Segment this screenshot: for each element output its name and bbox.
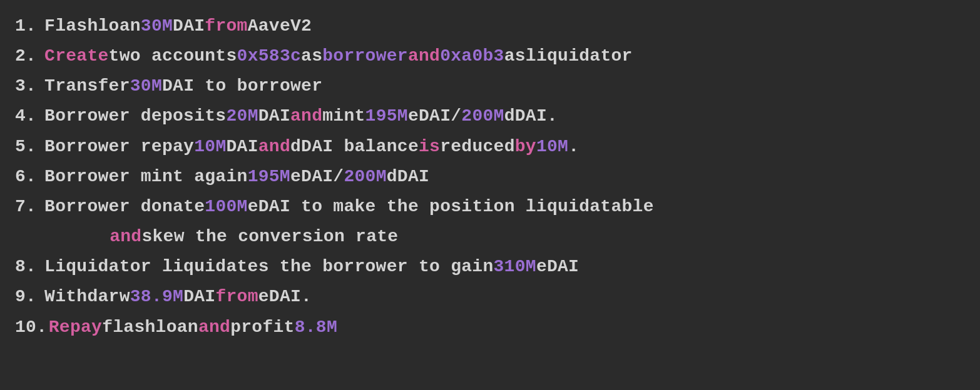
segment-line3-0: Transfer (44, 71, 130, 101)
segment-line6-1: 195M (248, 162, 290, 192)
segment-line1-4: AaveV2 (248, 11, 312, 41)
line-line8: 8. Liquidator liquidates the borrower to… (15, 252, 965, 282)
segment-line2-3: 0x583c (237, 41, 302, 71)
segment-line10-4: 8.8M (295, 312, 337, 342)
segment-line9-3: from (215, 282, 258, 312)
segment-line10-3: profit (230, 312, 295, 342)
segment-line10-2: and (198, 312, 230, 342)
segment-line6-2: eDAI/ (290, 162, 344, 192)
line-line6: 6. Borrower mint again 195M eDAI/200M dD… (15, 162, 965, 192)
segment-line5-7: by (515, 132, 536, 162)
segment-line6-0: Borrower mint again (44, 162, 248, 192)
segment-line2-11: liquidator (526, 41, 633, 71)
segment-line5-5: is (419, 132, 440, 162)
line-number-2: 3. (15, 71, 44, 101)
segment-line1-0: Flashloan (44, 11, 141, 41)
line-number-9: 9. (15, 282, 44, 312)
segment-line8-1: 310M (494, 252, 536, 282)
segment-line2-4: as (301, 41, 322, 71)
segment-line9-4: eDAI. (258, 282, 312, 312)
segment-line3-2: DAI to borrower (162, 71, 322, 101)
line-line2: 2. Create two accounts 0x583c as borrowe… (15, 41, 965, 71)
segment-line3-1: 30M (130, 71, 162, 101)
segment-line5-0: Borrower repay (44, 132, 194, 162)
segment-line4-2: DAI (258, 101, 290, 131)
segment-line6-3: 200M (344, 162, 386, 192)
line-number-6: 7. (15, 192, 44, 222)
segment-line7a-1: 100M (205, 192, 247, 222)
line-line7a: 7. Borrower donate 100M eDAI to make the… (15, 192, 965, 222)
segment-line2-10: as (504, 41, 526, 71)
segment-line7b-1: skew the conversion rate (141, 222, 398, 252)
segment-line4-1: 20M (226, 101, 258, 131)
segment-line4-6: eDAI/ (408, 101, 461, 131)
line-number-1: 2. (15, 41, 44, 71)
segment-line2-2: two accounts (109, 41, 237, 71)
segment-line4-5: 195M (365, 101, 408, 131)
segment-line4-8: dDAI. (504, 101, 558, 131)
line-number-3: 4. (15, 101, 44, 131)
line-number-0: 1. (15, 11, 44, 41)
line-number-10: 10. (15, 312, 49, 342)
segment-line5-2: DAI (226, 132, 258, 162)
segment-line7b-0: and (110, 222, 141, 252)
segment-line2-9: 0xa0b3 (440, 41, 504, 71)
segment-line4-4: mint (322, 101, 365, 131)
segment-line10-1: flashloan (102, 312, 198, 342)
segment-line7a-2: eDAI to make the position liquidatable (248, 192, 654, 222)
segment-line1-3: from (205, 11, 247, 41)
segment-line5-9: 10M (536, 132, 568, 162)
main-content: 1. Flashloan 30M DAI from AaveV22. Creat… (15, 11, 965, 342)
segment-line4-7: 200M (461, 101, 504, 131)
segment-line5-3: and (258, 132, 290, 162)
line-line5: 5. Borrower repay 10M DAI and dDAI balan… (15, 132, 965, 162)
segment-line4-0: Borrower deposits (44, 101, 226, 131)
segment-line5-6: reduced (440, 132, 515, 162)
segment-line8-2: eDAI (536, 252, 579, 282)
segment-line1-1: 30M (141, 11, 173, 41)
segment-line8-0: Liquidator liquidates the borrower to ga… (44, 252, 493, 282)
segment-line2-1: Create (44, 41, 109, 71)
segment-line2-5: borrower (322, 41, 408, 71)
segment-line5-1: 10M (194, 132, 226, 162)
line-line3: 3. Transfer 30M DAI to borrower (15, 71, 965, 101)
line-number-5: 6. (15, 162, 44, 192)
segment-line10-0: Repay (49, 312, 102, 342)
segment-line9-2: DAI (183, 282, 215, 312)
segment-line7a-0: Borrower donate (44, 192, 205, 222)
line-number-4: 5. (15, 132, 44, 162)
segment-line6-4: dDAI (387, 162, 429, 192)
line-line1: 1. Flashloan 30M DAI from AaveV2 (15, 11, 965, 41)
segment-line5-10: . (568, 132, 579, 162)
segment-line2-7: and (408, 41, 440, 71)
line-line4: 4. Borrower deposits 20M DAI and mint 19… (15, 101, 965, 131)
segment-line4-3: and (290, 101, 322, 131)
segment-line1-2: DAI (173, 11, 205, 41)
segment-line9-1: 38.9M (130, 282, 183, 312)
segment-line9-0: Withdarw (44, 282, 130, 312)
line-line9: 9. Withdarw 38.9M DAI from eDAI. (15, 282, 965, 312)
line-line10: 10.Repay flashloan and profit 8.8M (15, 312, 965, 342)
segment-line5-4: dDAI balance (290, 132, 419, 162)
line-number-8: 8. (15, 252, 44, 282)
line-line7b: and skew the conversion rate (15, 222, 965, 252)
